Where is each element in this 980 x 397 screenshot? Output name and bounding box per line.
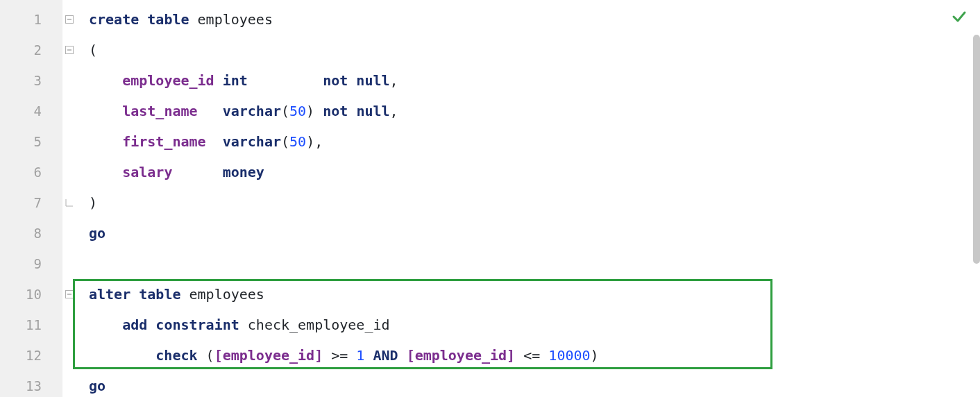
keyword: table — [147, 11, 189, 28]
line-number[interactable]: 7 — [0, 187, 62, 218]
keyword: alter — [89, 286, 130, 303]
line-number[interactable]: 3 — [0, 65, 62, 96]
code-line[interactable]: salary money — [76, 157, 980, 187]
column-name: first_name — [122, 133, 205, 150]
identifier: check_employee_id — [248, 316, 390, 333]
code-line[interactable]: ( — [76, 35, 980, 65]
line-number[interactable]: 5 — [0, 126, 62, 157]
line-number[interactable]: 9 — [0, 248, 62, 279]
punctuation: , — [390, 72, 398, 89]
code-area[interactable]: create table employees ( employee_id int… — [76, 0, 980, 397]
code-line[interactable]: check ([employee_id] >= 1 AND [employee_… — [76, 340, 980, 371]
fold-toggle-icon[interactable] — [62, 35, 76, 65]
keyword: AND — [364, 347, 406, 364]
fold-toggle-icon[interactable] — [62, 279, 76, 310]
keyword: create — [89, 11, 139, 28]
punctuation: , — [390, 103, 398, 119]
type-keyword: varchar — [223, 103, 281, 119]
code-line[interactable]: ) — [76, 187, 980, 218]
keyword: not — [323, 103, 348, 119]
keyword: constraint — [155, 316, 239, 333]
scrollbar-thumb[interactable] — [973, 35, 980, 264]
keyword: go — [89, 225, 105, 242]
line-number[interactable]: 12 — [0, 340, 62, 371]
identifier: employees — [189, 286, 264, 303]
line-number[interactable]: 2 — [0, 35, 62, 65]
code-line[interactable]: first_name varchar(50), — [76, 126, 980, 157]
type-keyword: varchar — [223, 133, 281, 150]
identifier: employees — [198, 11, 273, 28]
line-number[interactable]: 10 — [0, 279, 62, 310]
code-editor: 1 2 3 4 5 6 7 8 9 10 11 12 13 create tab… — [0, 0, 980, 397]
line-number[interactable]: 6 — [0, 157, 62, 187]
keyword: not — [323, 72, 348, 89]
column-name: employee_id — [122, 72, 214, 89]
code-line[interactable] — [76, 248, 980, 279]
code-line[interactable]: create table employees — [76, 4, 980, 35]
keyword: add — [122, 316, 147, 333]
column-name: salary — [122, 164, 172, 180]
code-line[interactable]: go — [76, 371, 980, 397]
fold-end-icon[interactable] — [62, 187, 76, 218]
code-line[interactable]: last_name varchar(50) not null, — [76, 96, 980, 126]
column-ref: [employee_id] — [214, 347, 323, 364]
line-number[interactable]: 11 — [0, 310, 62, 340]
keyword: check — [155, 347, 197, 364]
type-keyword: int — [223, 72, 248, 89]
punctuation: ( — [89, 42, 97, 58]
number: 1 — [356, 347, 364, 364]
punctuation: , — [314, 133, 323, 150]
code-line[interactable]: alter table employees — [76, 279, 980, 310]
keyword: null — [356, 72, 389, 89]
code-line[interactable]: employee_id int not null, — [76, 65, 980, 96]
keyword: table — [139, 286, 180, 303]
column-name: last_name — [122, 103, 197, 119]
number: 50 — [289, 133, 306, 150]
status-ok-icon[interactable] — [951, 8, 968, 28]
punctuation: ) — [89, 194, 97, 211]
line-number[interactable]: 8 — [0, 218, 62, 248]
column-ref: [employee_id] — [407, 347, 516, 364]
line-number[interactable]: 13 — [0, 371, 62, 397]
fold-column — [62, 0, 76, 397]
keyword: go — [89, 378, 105, 394]
fold-toggle-icon[interactable] — [62, 4, 76, 35]
type-keyword: money — [223, 164, 264, 180]
code-line[interactable]: go — [76, 218, 980, 248]
code-line[interactable]: add constraint check_employee_id — [76, 310, 980, 340]
line-number[interactable]: 1 — [0, 4, 62, 35]
number: 50 — [289, 103, 306, 119]
keyword: null — [356, 103, 389, 119]
number: 10000 — [548, 347, 590, 364]
line-number-gutter: 1 2 3 4 5 6 7 8 9 10 11 12 13 — [0, 0, 62, 397]
line-number[interactable]: 4 — [0, 96, 62, 126]
